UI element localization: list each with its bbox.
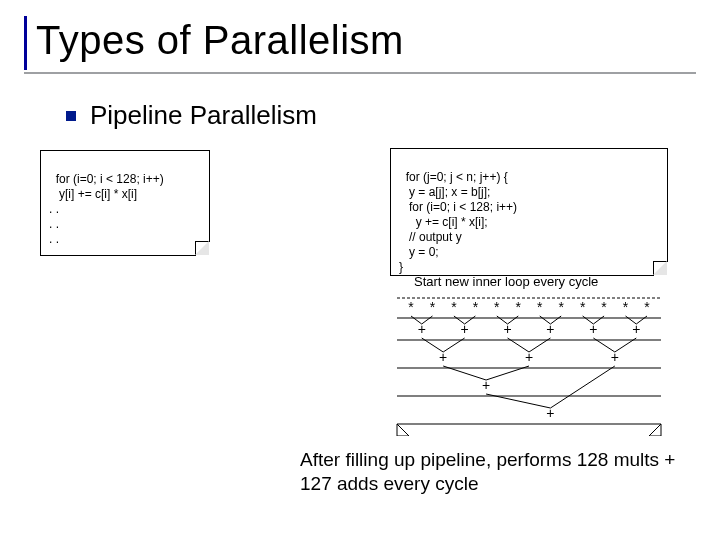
svg-text:*: *	[408, 299, 414, 315]
svg-text:*: *	[558, 299, 564, 315]
svg-text:*: *	[451, 299, 457, 315]
subheading: Pipeline Parallelism	[90, 100, 317, 131]
conclusion-text: After filling up pipeline, performs 128 …	[300, 448, 700, 496]
svg-text:+: +	[632, 321, 640, 337]
svg-text:+: +	[482, 377, 490, 393]
svg-text:+: +	[546, 405, 554, 421]
code-snippet-right: for (j=0; j < n; j++) { y = a[j]; x = b[…	[390, 148, 668, 276]
svg-text:*: *	[473, 299, 479, 315]
svg-text:*: *	[601, 299, 607, 315]
svg-text:+: +	[611, 349, 619, 365]
svg-text:*: *	[644, 299, 650, 315]
svg-text:+: +	[418, 321, 426, 337]
page-fold-icon	[195, 241, 210, 256]
svg-text:+: +	[503, 321, 511, 337]
svg-text:+: +	[589, 321, 597, 337]
svg-text:*: *	[623, 299, 629, 315]
svg-text:+: +	[525, 349, 533, 365]
svg-line-48	[550, 366, 614, 408]
svg-text:+: +	[461, 321, 469, 337]
svg-text:*: *	[516, 299, 522, 315]
slide-title: Types of Parallelism	[36, 18, 404, 63]
slide-title-block: Types of Parallelism	[30, 18, 404, 63]
bullet-square-icon	[66, 111, 76, 121]
svg-marker-52	[649, 424, 661, 436]
svg-text:*: *	[430, 299, 436, 315]
code-text-left: for (i=0; i < 128; i++) y[i] += c[i] * x…	[49, 172, 164, 246]
title-accent-rule	[24, 16, 27, 70]
svg-text:+: +	[546, 321, 554, 337]
svg-text:*: *	[537, 299, 543, 315]
annotation-start-loop: Start new inner loop every cycle	[414, 274, 598, 289]
code-text-right: for (j=0; j < n; j++) { y = a[j]; x = b[…	[399, 170, 517, 274]
svg-marker-51	[397, 424, 409, 436]
svg-text:*: *	[580, 299, 586, 315]
code-snippet-left: for (i=0; i < 128; i++) y[i] += c[i] * x…	[40, 150, 210, 256]
page-fold-icon	[653, 261, 668, 276]
pipeline-tree-diagram: ************+++++++++++	[395, 296, 663, 426]
svg-text:+: +	[439, 349, 447, 365]
svg-text:*: *	[494, 299, 500, 315]
title-divider	[24, 72, 696, 74]
bullet-row: Pipeline Parallelism	[66, 100, 317, 131]
